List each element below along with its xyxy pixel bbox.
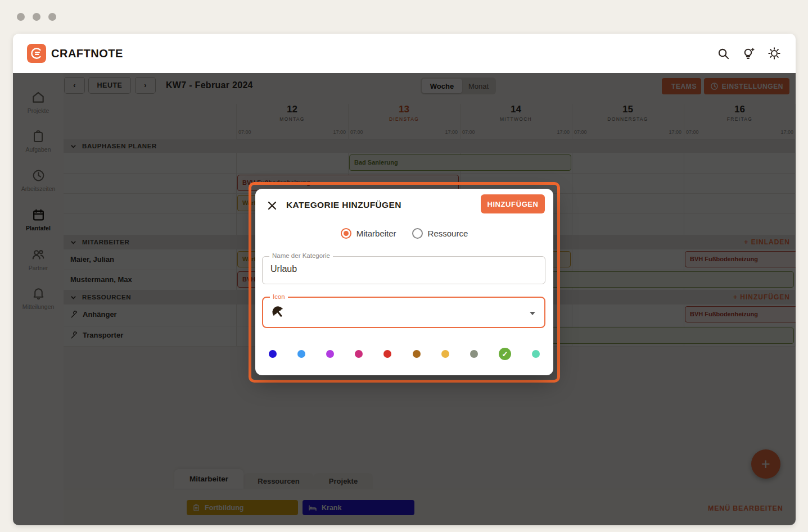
kategorie-name-value: Urlaub [270,264,297,274]
color-swatch[interactable] [470,350,478,358]
category-type-radios: Mitarbeiter Ressource [255,228,553,239]
hinzufuegen-button[interactable]: HINZUFÜGEN [481,194,545,213]
idea-lightbulb-icon[interactable] [742,47,756,61]
close-icon[interactable] [267,200,278,211]
field-label: Icon [270,293,288,300]
brand-name: CRAFTNOTE [51,47,123,60]
color-swatch[interactable] [355,350,363,358]
craftnote-logo-icon [27,44,46,63]
window-controls [17,13,56,21]
dialog-title: KATEGORIE HINZUFÜGEN [286,200,401,210]
kategorie-name-field[interactable]: Name der Kategorie Urlaub [262,256,545,284]
icon-select-field[interactable]: Icon [262,297,545,328]
color-swatch[interactable] [269,350,277,358]
radio-ressource[interactable]: Ressource [412,228,468,239]
radio-unselected-icon [412,228,423,239]
radio-mitarbeiter[interactable]: Mitarbeiter [341,228,396,239]
color-swatch-row: ✓ [269,347,540,361]
beach-umbrella-icon [270,304,286,322]
window-dot[interactable] [33,13,40,21]
radio-selected-icon [341,228,351,239]
gear-icon[interactable] [768,47,781,60]
color-swatch[interactable] [413,350,421,358]
color-swatch-selected[interactable]: ✓ [499,348,511,360]
kategorie-hinzufuegen-dialog: KATEGORIE HINZUFÜGEN HINZUFÜGEN Mitarbei… [255,189,553,375]
color-swatch[interactable] [441,350,449,358]
window-dot[interactable] [48,13,56,21]
field-label: Name der Kategorie [269,252,333,259]
color-swatch[interactable] [297,350,305,358]
screenshot-root: CRAFTNOTE [0,0,808,532]
top-bar: CRAFTNOTE [13,34,796,73]
color-swatch[interactable] [326,350,334,358]
dropdown-caret-icon [530,312,535,315]
window-dot[interactable] [17,13,25,21]
color-swatch[interactable] [532,350,540,358]
color-swatch[interactable] [383,350,391,358]
search-icon[interactable] [717,47,730,60]
check-icon: ✓ [502,350,508,358]
